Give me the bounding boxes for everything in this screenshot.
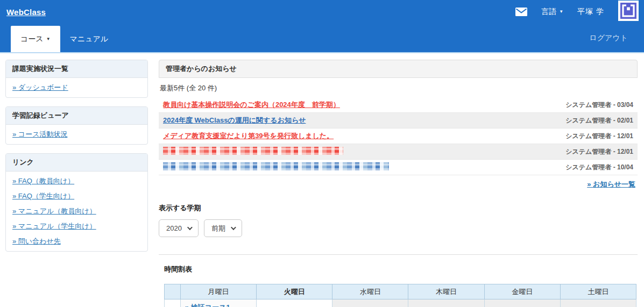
announcement-link[interactable]: メディア教育支援室だより第39号を発行致しました。 [163, 131, 334, 141]
nav-bar: コース ▼ マニュアル ログアウト [0, 24, 644, 52]
announcements-header: 管理者からのお知らせ [159, 60, 638, 78]
announcement-author-date: システム管理者 - 12/01 [559, 132, 633, 141]
semester-selects: 2020 前期 [159, 219, 638, 237]
panel-assignment-status: 課題実施状況一覧 » ダッシュボード [5, 60, 148, 98]
panel-title: 学習記録ビューア [6, 107, 147, 125]
announcement-row: 教員向け基本操作説明会のご案内（2024年度 前学期） システム管理者 - 03… [159, 97, 638, 113]
panel-links: リンク » FAQ（教員向け） » FAQ（学生向け） » マニュアル（教員向け… [5, 153, 148, 252]
sidebar-item-course-activity[interactable]: » コース活動状況 [6, 127, 147, 142]
section-divider [159, 254, 638, 255]
announcements-view-all-link[interactable]: » お知らせ一覧 [159, 175, 638, 194]
timetable-heading: 時間割表 [164, 265, 638, 274]
panel-title: リンク [6, 154, 147, 172]
chevron-down-icon [231, 225, 236, 230]
mail-icon[interactable] [515, 8, 527, 16]
announcement-author-date: システム管理者 - 10/04 [559, 163, 633, 172]
announcement-author-date: システム管理者 - 02/01 [559, 116, 633, 125]
timetable-day-friday: 金曜日 [484, 284, 560, 299]
announcement-row: メディア教育支援室だより第39号を発行致しました。 システム管理者 - 12/0… [159, 128, 638, 144]
timetable-day-wednesday: 水曜日 [332, 284, 408, 299]
timetable-cell-wednesday [332, 299, 408, 307]
chevron-down-icon: ▼ [559, 10, 563, 14]
sidebar-item-manual-teacher[interactable]: » マニュアル（教員向け） [6, 204, 147, 219]
sidebar-item-faq-student[interactable]: » FAQ（学生向け） [6, 189, 147, 204]
year-select-value: 2020 [166, 224, 182, 232]
announcement-row: 2024年度 WebClassの運用に関するお知らせ システム管理者 - 02/… [159, 113, 638, 128]
timetable-cell-thursday [408, 299, 484, 307]
announcement-author-date: システム管理者 - 12/01 [559, 147, 633, 156]
timetable-day-tuesday: 火曜日 [257, 284, 332, 299]
censored-text [163, 147, 343, 155]
term-select-value: 前期 [211, 224, 225, 233]
chevron-down-icon [187, 225, 193, 230]
user-name: 平塚 学 [577, 7, 604, 17]
announcements-summary: 最新5件 (全 20 件) [159, 78, 638, 97]
course-link[interactable]: » 検証コース1 [185, 303, 230, 307]
language-label: 言語 [541, 7, 556, 17]
year-select[interactable]: 2020 [159, 219, 199, 237]
timetable-corner-cell [165, 284, 181, 299]
logout-link[interactable]: ログアウト [589, 33, 628, 43]
censored-text [163, 162, 389, 170]
announcement-link[interactable]: 教員向け基本操作説明会のご案内（2024年度 前学期） [163, 100, 340, 110]
language-menu[interactable]: 言語 ▼ [541, 7, 563, 17]
timetable-day-thursday: 木曜日 [408, 284, 484, 299]
sidebar-item-faq-teacher[interactable]: » FAQ（教員向け） [6, 174, 147, 189]
timetable-cell-friday [484, 299, 560, 307]
announcement-row: システム管理者 - 12/01 [159, 144, 638, 160]
period-label: 1限 [165, 299, 181, 307]
timetable-day-saturday: 土曜日 [560, 284, 636, 299]
panel-learning-log: 学習記録ビューア » コース活動状況 [5, 106, 148, 145]
tab-manual[interactable]: マニュアル [60, 26, 118, 52]
webclass-logo-link[interactable]: WebClass [6, 8, 46, 17]
tab-course[interactable]: コース ▼ [11, 26, 60, 52]
tab-course-label: コース [20, 34, 44, 44]
top-bar: WebClass 言語 ▼ 平塚 学 [0, 0, 644, 24]
app-logo-icon[interactable] [618, 1, 639, 23]
top-right-cluster: 言語 ▼ 平塚 学 [515, 1, 639, 23]
main-area: 管理者からのお知らせ 最新5件 (全 20 件) 教員向け基本操作説明会のご案内… [159, 60, 638, 307]
page-content: 課題実施状況一覧 » ダッシュボード 学習記録ビューア » コース活動状況 リン… [0, 53, 644, 307]
announcement-link[interactable]: 2024年度 WebClassの運用に関するお知らせ [163, 116, 306, 125]
term-select[interactable]: 前期 [204, 219, 242, 237]
chevron-down-icon: ▼ [46, 37, 51, 41]
timetable: 月曜日 火曜日 水曜日 木曜日 金曜日 土曜日 1限 » 検証コース1 [164, 284, 636, 307]
timetable-cell-saturday [560, 299, 636, 307]
timetable-cell-tuesday [257, 299, 332, 307]
sidebar: 課題実施状況一覧 » ダッシュボード 学習記録ビューア » コース活動状況 リン… [5, 60, 148, 307]
semester-heading: 表示する学期 [159, 203, 638, 213]
sidebar-item-dashboard[interactable]: » ダッシュボード [6, 80, 147, 95]
announcement-link-censored[interactable] [163, 162, 389, 173]
panel-title: 課題実施状況一覧 [6, 60, 147, 78]
tab-manual-label: マニュアル [70, 34, 109, 44]
announcements-list: 教員向け基本操作説明会のご案内（2024年度 前学期） システム管理者 - 03… [159, 97, 638, 175]
sidebar-item-manual-student[interactable]: » マニュアル（学生向け） [6, 219, 147, 234]
announcement-link-censored[interactable] [163, 147, 343, 157]
sidebar-item-contact[interactable]: » 問い合わせ先 [6, 234, 147, 249]
timetable-cell-monday: » 検証コース1 [181, 299, 257, 307]
announcement-row: システム管理者 - 10/04 [159, 160, 638, 175]
announcement-author-date: システム管理者 - 03/04 [559, 101, 633, 110]
timetable-day-monday: 月曜日 [181, 284, 257, 299]
timetable-row-period1: 1限 » 検証コース1 [165, 299, 636, 307]
